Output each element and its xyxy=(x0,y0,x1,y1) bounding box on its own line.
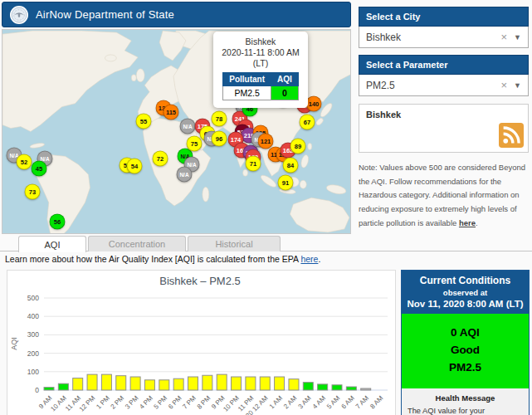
chart-bar[interactable] xyxy=(101,374,111,390)
popup-timezone: (LT) xyxy=(217,58,305,69)
cc-datetime: Nov 11, 2020 8:00 AM (LT) xyxy=(405,299,525,309)
x-axis-label: 5 AM xyxy=(325,394,341,410)
x-axis-label: 7 AM xyxy=(354,394,370,410)
aqi-map-marker[interactable]: 45 xyxy=(32,161,47,177)
cc-health-text: The AQI value for your community is betw… xyxy=(408,406,523,415)
learn-more-period: . xyxy=(318,254,320,264)
note-text: Note: Values above 500 are considered Be… xyxy=(359,163,525,227)
y-axis-tick-label: 0 xyxy=(35,386,39,394)
y-axis-tick-label: 200 xyxy=(27,349,39,358)
chart-bar[interactable] xyxy=(332,385,342,390)
sidebar: Select a City Bishkek × ▼ Select a Param… xyxy=(359,7,529,230)
popup-city: Bishkek xyxy=(217,37,305,47)
chart-bar[interactable] xyxy=(232,377,242,390)
beyond-aqi-note: Note: Values above 500 are considered Be… xyxy=(359,161,529,230)
cc-parameter: PM2.5 xyxy=(402,359,529,377)
chart-bar[interactable] xyxy=(116,376,126,390)
aqi-map-marker[interactable]: 89 xyxy=(290,139,306,154)
chart-bar[interactable] xyxy=(203,375,212,390)
note-period: . xyxy=(476,218,478,227)
chart-bar[interactable] xyxy=(289,379,299,390)
x-axis-label: 6 AM xyxy=(340,394,356,410)
aqi-map-marker[interactable]: 56 xyxy=(50,214,66,230)
app-title: AirNow Department of State xyxy=(36,8,174,21)
aqi-map-marker[interactable]: 84 xyxy=(283,158,299,173)
x-axis-label: 1 PM xyxy=(95,394,111,411)
aqi-map-marker[interactable]: N/A xyxy=(177,167,193,183)
tab-concentration[interactable]: Concentration xyxy=(88,236,186,251)
cc-health-message: Health Message The AQI value for your co… xyxy=(402,388,529,415)
tab-historical[interactable]: Historical xyxy=(188,236,281,251)
chart-bar[interactable] xyxy=(217,374,227,390)
parameter-select-value: PM2.5 xyxy=(366,80,500,91)
aqi-map-marker[interactable]: 91 xyxy=(278,175,294,191)
learn-more-text: Learn more about how the Air Quality Ind… xyxy=(5,254,300,264)
state-department-seal-icon xyxy=(9,5,29,25)
chart-bar[interactable] xyxy=(130,377,140,390)
chart-bar[interactable] xyxy=(318,384,328,390)
popup-pollutant-value: PM2.5 xyxy=(223,86,271,100)
aqi-map-marker[interactable]: 72 xyxy=(153,151,168,167)
x-axis-label: 10 PM xyxy=(222,394,241,413)
aqi-map-marker[interactable]: 115 xyxy=(164,105,179,120)
map-popup: Bishkek 2020-11-11 8:00 AM (LT) Pollutan… xyxy=(213,32,308,108)
x-axis-label: 1 AM xyxy=(268,394,284,410)
epa-here-link[interactable]: here xyxy=(300,254,318,264)
chart-bar[interactable] xyxy=(361,388,371,390)
cc-aqi-box: 0 AQI Good PM2.5 xyxy=(402,314,529,388)
aqi-map-marker[interactable]: 67 xyxy=(300,115,315,130)
aqi-map-marker[interactable]: 54 xyxy=(127,159,143,174)
x-axis-label: 7 PM xyxy=(181,394,198,411)
tab-bar: AQI Concentration Historical xyxy=(0,236,532,251)
current-conditions-header: Current Conditions observed at Nov 11, 2… xyxy=(402,271,529,314)
x-axis-label: 5 PM xyxy=(153,394,169,411)
y-axis-tick-label: 100 xyxy=(27,368,39,376)
x-axis-label: 8 AM xyxy=(368,394,384,410)
chart-title: Bishkek – PM2.5 xyxy=(159,275,241,287)
x-axis-label: 12 PM xyxy=(78,394,97,413)
city-feed-box: Bishkek xyxy=(359,104,529,153)
y-axis-title: AQI xyxy=(10,337,18,350)
chart-bar[interactable] xyxy=(260,377,270,390)
chart-bar[interactable] xyxy=(144,380,154,390)
chart-bar[interactable] xyxy=(73,378,83,390)
feed-city-title: Bishkek xyxy=(366,110,401,120)
rss-feed-icon[interactable] xyxy=(499,123,524,148)
aqi-map-marker[interactable]: 75 xyxy=(187,136,203,152)
parameter-clear-icon[interactable]: × xyxy=(500,79,507,91)
city-caret-down-icon[interactable]: ▼ xyxy=(514,33,521,42)
app-header: AirNow Department of State xyxy=(2,2,351,27)
x-axis-label: 6 PM xyxy=(167,394,183,411)
city-clear-icon[interactable]: × xyxy=(500,31,507,43)
parameter-caret-down-icon[interactable]: ▼ xyxy=(514,81,521,90)
tab-aqi[interactable]: AQI xyxy=(18,236,86,252)
aqi-map-marker[interactable]: 73 xyxy=(25,184,41,200)
note-here-link[interactable]: here xyxy=(459,218,476,227)
aqi-map-marker[interactable]: 140 xyxy=(306,96,322,112)
aqi-map-marker[interactable]: N/A xyxy=(180,119,196,134)
aqi-map-marker[interactable]: 52 xyxy=(17,154,32,170)
chart-bar[interactable] xyxy=(346,387,356,390)
chart-bar[interactable] xyxy=(87,374,97,390)
chart-bar[interactable] xyxy=(44,388,54,390)
aqi-map-marker[interactable]: 55 xyxy=(136,114,152,129)
cc-category: Good xyxy=(402,342,529,359)
aqi-map-marker[interactable]: 96 xyxy=(212,131,227,147)
aqi-chart-card: Bishkek – PM2.5AQI01002003004005009 AM10… xyxy=(7,270,396,415)
chart-bar[interactable] xyxy=(58,383,68,390)
chart-bar[interactable] xyxy=(173,378,183,390)
world-aqi-map[interactable]: N/A52N/A457356595472N/AN/AN/A55131115N/A… xyxy=(2,29,351,234)
aqi-map-marker[interactable]: 71 xyxy=(246,156,261,172)
chart-bar[interactable] xyxy=(188,377,198,390)
city-select[interactable]: Bishkek × ▼ xyxy=(359,27,529,48)
chart-bar[interactable] xyxy=(246,377,256,390)
x-axis-label: 4 AM xyxy=(311,394,327,410)
current-conditions-panel: Current Conditions observed at Nov 11, 2… xyxy=(401,270,530,415)
x-axis-label: 8 PM xyxy=(196,394,212,411)
parameter-select[interactable]: PM2.5 × ▼ xyxy=(359,75,529,96)
chart-bar[interactable] xyxy=(303,383,313,390)
chart-bar[interactable] xyxy=(275,377,285,390)
cc-observed-at: observed at xyxy=(405,288,525,297)
chart-bar[interactable] xyxy=(159,380,169,390)
aqi-map-marker[interactable]: 78 xyxy=(212,111,227,127)
